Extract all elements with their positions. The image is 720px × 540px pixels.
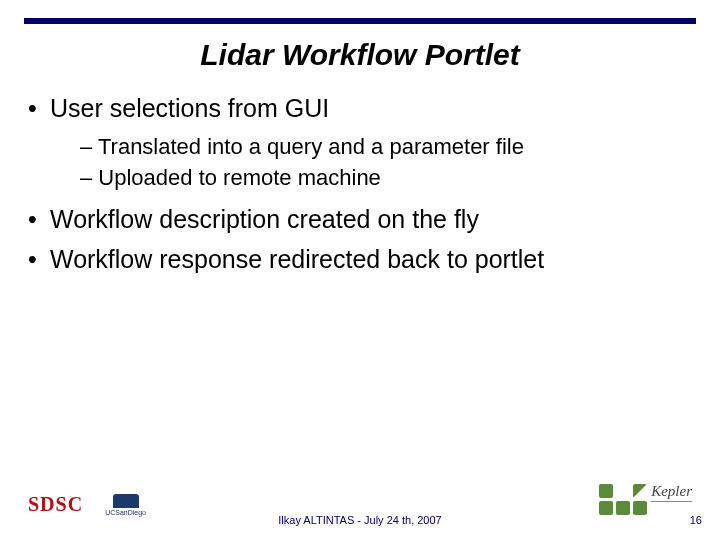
slide: Lidar Workflow Portlet •User selections … — [0, 0, 720, 540]
slide-title: Lidar Workflow Portlet — [0, 38, 720, 72]
bullet-text: Translated into a query and a parameter … — [98, 134, 524, 159]
bullet-level2: – Uploaded to remote machine — [28, 163, 692, 193]
kepler-box — [633, 484, 647, 498]
kepler-box — [633, 501, 647, 515]
bullet-level2: – Translated into a query and a paramete… — [28, 132, 692, 162]
kepler-boxes-icon — [599, 484, 647, 515]
kepler-box-empty — [616, 484, 630, 498]
kepler-box — [599, 484, 613, 498]
kepler-box — [616, 501, 630, 515]
bullet-dot-icon: • — [28, 92, 50, 126]
top-accent-bar — [24, 18, 696, 24]
bullet-text: Uploaded to remote machine — [98, 165, 381, 190]
bullet-text: User selections from GUI — [50, 94, 329, 122]
page-number: 16 — [690, 514, 702, 526]
kepler-label: Kepler — [651, 483, 692, 502]
ucsd-logo: UCSanDiego — [105, 494, 146, 516]
ucsd-shield-icon — [113, 494, 139, 508]
bullet-dot-icon: • — [28, 243, 50, 277]
kepler-box — [599, 501, 613, 515]
bullet-level1: •User selections from GUI — [28, 92, 692, 126]
slide-content: •User selections from GUI – Translated i… — [28, 92, 692, 283]
bullet-text: Workflow description created on the fly — [50, 205, 479, 233]
bullet-dot-icon: • — [28, 203, 50, 237]
bullet-level1: •Workflow response redirected back to po… — [28, 243, 692, 277]
footer-author-line: Ilkay ALTINTAS - July 24 th, 2007 — [0, 514, 720, 526]
bullet-text: Workflow response redirected back to por… — [50, 245, 544, 273]
kepler-logo: Kepler — [599, 483, 692, 516]
bullet-level1: •Workflow description created on the fly — [28, 203, 692, 237]
spacer — [28, 195, 692, 203]
sdsc-logo: SDSC — [28, 493, 83, 516]
footer-logos-left: SDSC UCSanDiego — [28, 493, 146, 516]
